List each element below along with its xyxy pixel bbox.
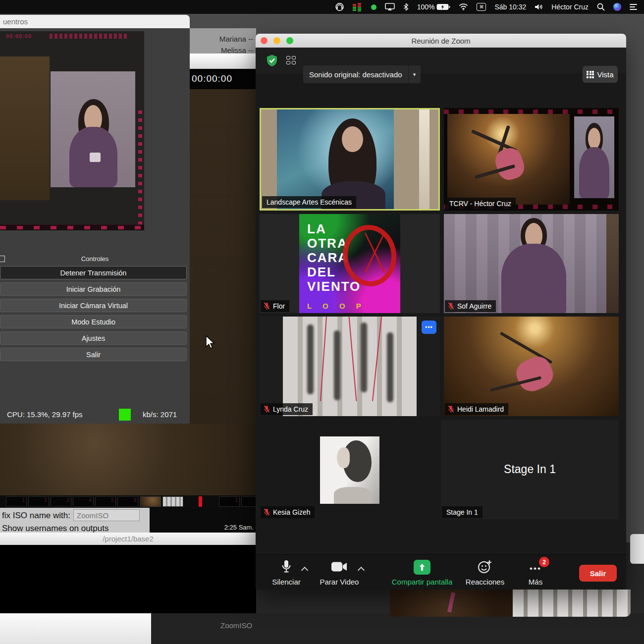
studio-mode-button[interactable]: Modo Estudio (0, 315, 187, 328)
video-tile-kesia[interactable]: Kesia Gizeh (260, 420, 439, 519)
zoom-fullscreen-button[interactable] (286, 37, 293, 44)
siri-icon[interactable] (613, 3, 621, 11)
original-sound-button[interactable]: Sonido original: desactivado ▾ (303, 65, 421, 83)
menu-user-name[interactable]: Héctor Cruz (551, 3, 589, 11)
video-tile-stage[interactable]: Stage In 1 Stage In 1 (441, 420, 619, 519)
scene-filmstrip: 1 2 3 4 5 9 1 (0, 495, 256, 508)
zoomiso-title: ZoomISO (220, 621, 252, 630)
video-tile-landscape[interactable]: Landscape Artes Escénicas (260, 108, 440, 211)
original-sound-label: Sonido original: desactivado (303, 70, 408, 79)
film-thumb[interactable]: 1 (6, 496, 27, 507)
zoom-bottom-toolbar: Silenciar Parar Video Compartir pantalla… (256, 554, 626, 590)
stage-scene (447, 114, 570, 204)
volume-icon[interactable] (535, 3, 543, 10)
video-tile-flor[interactable]: LA OTRA CARA DEL VIENTO L O O P Flor (260, 214, 440, 313)
view-button[interactable]: Vista (583, 66, 618, 83)
virtual-camera-button[interactable]: Iniciar Cámara Virtual (0, 299, 187, 312)
close-button[interactable] (261, 37, 268, 44)
participant-name-chip: Kesia Gizeh (261, 506, 315, 518)
exit-button[interactable]: Salir (0, 348, 187, 361)
film-thumb[interactable] (241, 496, 256, 507)
background-toolbar (190, 54, 256, 69)
battery-percent: 100% (417, 3, 435, 11)
video-options-chevron[interactable] (359, 567, 364, 572)
share-screen-button[interactable]: Compartir pantalla (389, 555, 455, 590)
zoom-window-title: Reunión de Zoom (411, 37, 470, 45)
film-thumb[interactable]: 1 (219, 496, 240, 507)
background-window-edge (630, 534, 644, 564)
film-thumb[interactable]: 9 (117, 496, 138, 507)
clip-time: 2:25 Sam. (224, 524, 254, 531)
start-recording-button[interactable]: Iniciar Grabación (0, 282, 187, 296)
input-source-icon[interactable]: ⌘ (477, 3, 486, 11)
film-thumb[interactable]: 5 (95, 496, 116, 507)
zoom-top-toolbar: Sonido original: desactivado ▾ Vista (256, 48, 626, 73)
window-light (419, 109, 429, 209)
headphones-icon[interactable] (335, 2, 344, 11)
more-button[interactable]: ••• 2 Más (518, 555, 553, 590)
dock-icon (0, 256, 5, 262)
interpreter-pip (574, 116, 614, 199)
film-thumb[interactable]: 3 (51, 496, 71, 507)
film-thumb-image[interactable] (140, 496, 161, 507)
reactions-button[interactable]: Reacciones (460, 555, 510, 590)
bw-portrait (320, 436, 379, 504)
bg-name: Mariana -- (219, 35, 253, 43)
audio-levels-icon[interactable] (353, 3, 363, 11)
film-thumb[interactable]: 2 (28, 496, 49, 507)
participant-names-panel: Mariana -- Melissa -- (190, 28, 256, 54)
notification-badge: 2 (539, 557, 549, 567)
film-thumb[interactable]: 4 (73, 496, 94, 507)
muted-mic-icon (448, 302, 454, 310)
film-thumb-image[interactable] (162, 496, 183, 507)
playhead-marker[interactable] (199, 496, 202, 507)
zoomiso-titlebar[interactable]: ZoomISO (151, 613, 644, 644)
view-label: Vista (597, 70, 613, 79)
participant-name-chip: TCRV - Héctor Cruz (445, 198, 516, 210)
hanging-figures-video (283, 317, 416, 416)
iso-name-label: fix ISO name with: (2, 511, 70, 521)
zoom-titlebar[interactable]: Reunión de Zoom (256, 34, 626, 48)
mute-options-chevron[interactable] (302, 567, 307, 572)
stop-video-button[interactable]: Parar Video (318, 555, 361, 590)
video-tile-sof[interactable]: Sof Aguirre (444, 214, 619, 313)
mute-button[interactable]: Silenciar (267, 555, 306, 590)
project-titlebar[interactable]: /project1/base2 (0, 533, 256, 545)
video-tile-heidi[interactable]: Heidi Lamadird (444, 317, 619, 416)
search-icon[interactable] (597, 3, 605, 11)
screen-mirroring-icon[interactable] (385, 3, 395, 11)
participant-name-chip: Flor (261, 300, 289, 312)
control-center-icon[interactable] (630, 4, 637, 10)
minimize-button[interactable] (273, 37, 280, 44)
output-window (0, 545, 256, 613)
preview-bottom-ticks (0, 224, 144, 230)
settings-button[interactable]: Ajustes (0, 331, 187, 345)
tile-more-button[interactable]: ••• (422, 321, 436, 334)
muted-mic-icon (448, 405, 454, 413)
stop-stream-button[interactable]: Detener Transmisión (0, 266, 187, 279)
menu-clock[interactable]: Sáb 10:32 (494, 3, 526, 11)
status-bar: CPU: 15.3%, 29.97 fps kb/s: 2071 (0, 406, 190, 424)
chevron-down-icon[interactable]: ▾ (408, 65, 421, 83)
wifi-icon[interactable] (459, 3, 468, 10)
video-tile-lynda[interactable]: ••• Lynda Cruz (260, 317, 440, 416)
grid-icon (587, 71, 594, 78)
macos-menu-bar: 100% ⌘ Sáb 10:32 Héctor Cruz (0, 0, 644, 14)
stream-health-indicator (119, 409, 131, 421)
share-screen-icon (414, 560, 430, 575)
preview-portrait-video (51, 71, 135, 187)
bluetooth-icon[interactable] (403, 3, 409, 11)
gallery-view-icon[interactable] (286, 56, 296, 65)
thumb-stage (390, 590, 513, 617)
security-shield-icon[interactable] (266, 54, 278, 67)
muted-mic-icon (264, 405, 270, 413)
muted-mic-icon (264, 302, 270, 310)
iso-name-input[interactable] (73, 509, 140, 521)
recording-status-icon[interactable] (371, 4, 376, 10)
video-preview: 00:00:00 (0, 31, 144, 230)
battery-indicator[interactable]: 100% (417, 3, 451, 11)
left-window-titlebar[interactable]: uentros (0, 15, 190, 28)
leave-meeting-button[interactable]: Salir (579, 565, 617, 582)
bottom-left-panel (0, 613, 151, 644)
video-tile-tcrv[interactable]: TCRV - Héctor Cruz (444, 108, 619, 211)
